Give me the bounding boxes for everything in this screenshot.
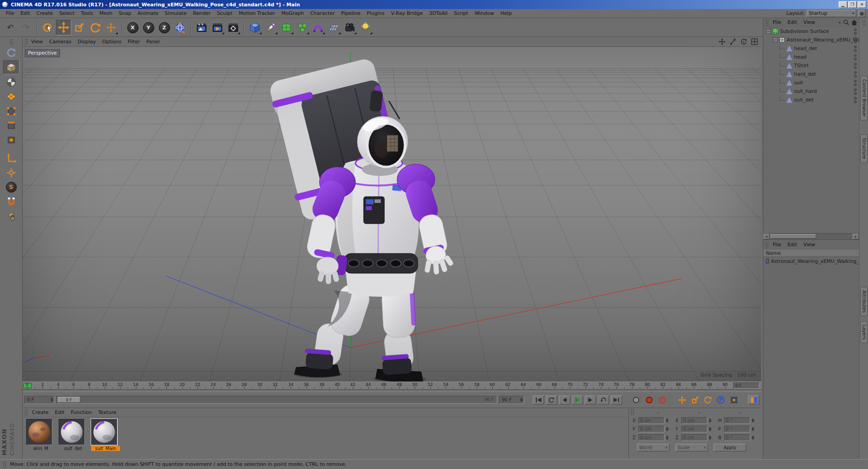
- menubar-item-select[interactable]: Select: [56, 9, 78, 17]
- viewport-zoom-icon[interactable]: [729, 38, 737, 46]
- render-visibility-dot[interactable]: [854, 83, 857, 86]
- polygons-mode-button[interactable]: [3, 133, 19, 147]
- scroll-right-icon[interactable]: ▸: [839, 20, 841, 24]
- object-row-subdivision-surface[interactable]: −Subdivision Surface: [763, 27, 859, 36]
- menubar-item-snap[interactable]: Snap: [115, 9, 134, 17]
- editor-visibility-dot[interactable]: [854, 46, 857, 48]
- key-pla-button[interactable]: [728, 395, 739, 405]
- object-row-head-det[interactable]: head_det: [763, 44, 859, 53]
- viewport-canvas[interactable]: Y X Z Perspective Grid Spacing : 100 cm: [23, 47, 761, 382]
- visibility-dots[interactable]: [854, 63, 857, 69]
- keyframe-selection-button[interactable]: ?: [656, 395, 668, 405]
- object-manager-menu-item-edit[interactable]: Edit: [784, 18, 800, 26]
- viewport-pan-icon[interactable]: [718, 38, 726, 46]
- size-z-field[interactable]: 0 cm: [681, 434, 707, 441]
- materials-menu-item-edit[interactable]: Edit: [52, 409, 68, 416]
- render-visibility-dot[interactable]: [854, 41, 857, 43]
- editor-visibility-dot[interactable]: [854, 71, 857, 74]
- menubar-item-character[interactable]: Character: [307, 9, 338, 17]
- render-visibility-dot[interactable]: [854, 75, 857, 78]
- search-icon[interactable]: [843, 19, 849, 25]
- tab-layers[interactable]: Layers: [860, 321, 868, 343]
- viewport-rotate-icon[interactable]: [739, 38, 748, 46]
- object-row-suit[interactable]: suit: [763, 78, 859, 87]
- menubar-item-mesh[interactable]: Mesh: [96, 9, 115, 17]
- model-mode-button[interactable]: [3, 60, 19, 74]
- object-row-head[interactable]: head: [763, 53, 859, 61]
- render-picture-viewer-button[interactable]: [210, 20, 225, 35]
- menubar-item-tools[interactable]: Tools: [78, 9, 96, 17]
- scrollbar-track[interactable]: [770, 234, 853, 239]
- previous-frame-button[interactable]: [559, 395, 570, 405]
- render-view-button[interactable]: [194, 20, 209, 35]
- layers-menu-item-edit[interactable]: Edit: [784, 241, 800, 248]
- end-frame-stepper[interactable]: [520, 398, 523, 402]
- x-axis-lock-button[interactable]: X: [125, 20, 140, 35]
- material-skin-m[interactable]: skin_M: [26, 419, 55, 451]
- move-tool-button[interactable]: [56, 20, 71, 35]
- render-settings-button[interactable]: [226, 20, 241, 35]
- viewport-toggle-icon[interactable]: [750, 38, 758, 46]
- material-thumbnail[interactable]: [59, 419, 85, 445]
- goto-end-button[interactable]: [611, 395, 622, 405]
- menubar-item-motion-tracker[interactable]: Motion Tracker: [235, 9, 278, 17]
- make-editable-button[interactable]: [3, 46, 19, 60]
- minimize-button[interactable]: ▁: [839, 1, 847, 8]
- menubar-item-script[interactable]: Script: [451, 9, 471, 17]
- material-thumbnail[interactable]: [26, 419, 52, 445]
- expander-icon[interactable]: −: [773, 37, 778, 42]
- visibility-dots[interactable]: [854, 80, 857, 86]
- end-frame-field[interactable]: 90 F: [499, 396, 524, 404]
- palette-grip-icon[interactable]: [9, 39, 13, 45]
- size-y-field[interactable]: 0 cm: [681, 426, 707, 432]
- key-parameter-button[interactable]: P: [716, 395, 727, 405]
- menubar-item-v-ray-bridge[interactable]: V-Ray Bridge: [388, 9, 426, 17]
- material-thumbnail[interactable]: [91, 419, 117, 445]
- record-button[interactable]: [631, 395, 642, 405]
- coordinate-system-dropdown[interactable]: World ▾: [637, 444, 669, 451]
- value-stepper[interactable]: [752, 436, 754, 440]
- editor-visibility-dot[interactable]: [854, 63, 857, 65]
- render-visibility-dot[interactable]: [854, 66, 857, 69]
- frame-stepper[interactable]: [51, 398, 53, 402]
- home-icon[interactable]: [851, 20, 857, 25]
- viewport-menu-item-panel[interactable]: Panel: [143, 38, 163, 46]
- menubar-item-help[interactable]: Help: [497, 9, 515, 17]
- menubar-item-sculpt[interactable]: Sculpt: [214, 9, 235, 17]
- visibility-dots[interactable]: [854, 71, 857, 78]
- render-visibility-dot[interactable]: [854, 58, 857, 60]
- layer-name-column-header[interactable]: Name: [763, 249, 859, 257]
- rotate-tool-button[interactable]: [88, 20, 103, 35]
- menubar-item-file[interactable]: File: [3, 9, 17, 17]
- maximize-button[interactable]: ❐: [848, 1, 857, 8]
- autokey-button[interactable]: [644, 395, 655, 405]
- keying-settings-button[interactable]: [748, 395, 759, 405]
- layout-dropdown[interactable]: Startup ▾: [807, 10, 856, 17]
- scroll-left-arrow-icon[interactable]: ◂: [763, 234, 770, 239]
- materials-menu-item-function[interactable]: Function: [68, 409, 95, 416]
- visibility-dots[interactable]: [854, 54, 857, 60]
- object-manager-menu-item-view[interactable]: View: [800, 18, 818, 26]
- menubar-item-render[interactable]: Render: [190, 9, 214, 17]
- material-grip-icon[interactable]: [24, 409, 28, 416]
- tab-content-browser[interactable]: Content Browser: [860, 76, 868, 120]
- viewport-menu-item-display[interactable]: Display: [74, 38, 99, 46]
- value-stepper[interactable]: [666, 436, 669, 440]
- editor-visibility-dot[interactable]: [854, 28, 857, 31]
- size-x-field[interactable]: 0 cm: [681, 417, 707, 424]
- menubar-item-create[interactable]: Create: [33, 9, 56, 17]
- menubar-item-window[interactable]: Window: [471, 9, 497, 17]
- layer-color-chip[interactable]: [766, 259, 769, 263]
- pen-tool-button[interactable]: [263, 20, 278, 35]
- apply-button[interactable]: Apply: [714, 444, 746, 451]
- subdivision-surface-button[interactable]: [279, 20, 294, 35]
- viewport-solo-button[interactable]: S: [3, 180, 19, 194]
- scroll-right-arrow-icon[interactable]: ▸: [853, 234, 859, 239]
- visibility-dots[interactable]: [854, 97, 857, 103]
- coordinates-grip-icon[interactable]: [631, 409, 634, 415]
- editor-visibility-dot[interactable]: [854, 88, 857, 91]
- enable-snap-button[interactable]: [3, 194, 19, 208]
- object-manager-hscrollbar[interactable]: ◂ ▸: [763, 233, 859, 239]
- lock-workplane-button[interactable]: [3, 209, 19, 223]
- power-slider-handle[interactable]: 0 F: [58, 397, 80, 403]
